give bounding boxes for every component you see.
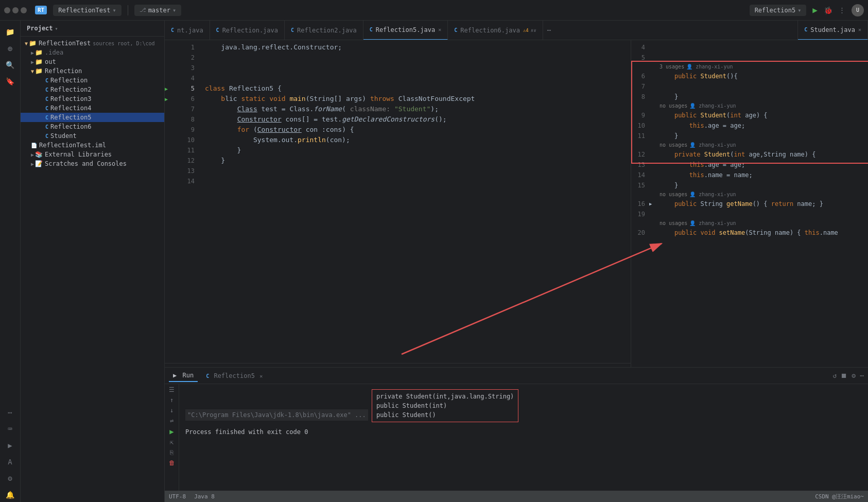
bottom-tab-close[interactable]: ✕ [259, 373, 263, 379]
status-bar: UTF-8 Java 8 CSDN @汪汪miao~ [165, 491, 868, 502]
bottom-left-toolbar: ☰ ↑ ↓ ⇌ ▶ ⇱ ⎘ 🗑 [165, 384, 179, 491]
bottom-tab-reflection5[interactable]: C Reflection5 ✕ [202, 370, 267, 382]
bottom-tool-run2[interactable]: ▶ [169, 427, 173, 436]
run-arrow-6[interactable]: ▶ [165, 94, 175, 104]
tree-idea[interactable]: ▶ 📁 .idea [21, 48, 164, 57]
sidebar-icon-font[interactable]: A [3, 455, 18, 469]
tab-student-close[interactable]: ✕ [858, 27, 861, 32]
bottom-settings-btn[interactable]: ⚙ [852, 372, 856, 379]
bottom-panel: ▶ Run C Reflection5 ✕ ↺ ⏹ ⚙ ⋯ [165, 367, 868, 491]
sidebar-icons: 📁 ⊕ 🔍 🔖 ⋯ ⌨ ▶ A ⚙ 🔔 [0, 21, 21, 502]
left-code-editor: ▶ ▶ 1 2 3 4 5 6 7 8 9 [165, 40, 631, 367]
sidebar-icon-more[interactable]: ⋯ [3, 405, 18, 420]
sidebar-icon-run2[interactable]: ▶ [3, 438, 18, 453]
project-panel-header: Project ▾ [21, 21, 164, 37]
bottom-tab-run[interactable]: ▶ Run [169, 370, 198, 382]
right-line-numbers: 4 5 6 7 8 9 10 11 [631, 42, 649, 238]
tab-reflection5[interactable]: C Reflection5.java ✕ [363, 21, 448, 40]
bottom-stop-btn[interactable]: ⏹ [841, 372, 847, 379]
bottom-tool-delete[interactable]: 🗑 [169, 459, 175, 466]
right-gutter: ▶ [649, 42, 659, 238]
branch-selector[interactable]: ⎇ master ▾ [134, 5, 182, 16]
tab-bar: C nt.java C Reflection.java C Reflection… [165, 21, 868, 40]
run-button[interactable]: ▶ [812, 5, 818, 15]
bottom-tool-up[interactable]: ↑ [170, 396, 173, 404]
run-config-selector[interactable]: Reflection5 ▾ [750, 5, 807, 16]
bottom-more-btn[interactable]: ⋯ [860, 372, 864, 379]
status-right: CSDN @汪汪miao~ [815, 493, 864, 500]
win-btn-2 [12, 7, 19, 13]
project-title-btn[interactable]: ReflectionTest ▾ [53, 5, 121, 16]
bottom-tool-filter[interactable]: ☰ [169, 386, 175, 393]
sidebar-icon-bookmark[interactable]: 🔖 [3, 74, 18, 89]
tree-reflection6[interactable]: C Reflection6 [21, 122, 164, 131]
sidebar-icon-terminal[interactable]: ⌨ [3, 422, 18, 436]
tree-reflection2[interactable]: C Reflection2 [21, 85, 164, 94]
sidebar-icon-notifications[interactable]: 🔔 [3, 488, 18, 502]
more-options-btn[interactable]: ⋮ [839, 6, 845, 14]
sidebar-icon-search[interactable]: 🔍 [3, 58, 18, 72]
sidebar-icon-folder[interactable]: 📁 [3, 25, 18, 39]
tree-scratches[interactable]: ▶ 📝 Scratches and Consoles [21, 159, 164, 168]
tree-external-libs[interactable]: ▶ 📚 External Libraries [21, 150, 164, 159]
sidebar-icon-settings[interactable]: ⚙ [3, 471, 18, 486]
run-gutter: ▶ ▶ [165, 40, 175, 363]
titlebar: RT ReflectionTest ▾ ⎇ master ▾ Reflectio… [0, 0, 868, 21]
bottom-tool-copy[interactable]: ⎘ [170, 449, 173, 456]
right-code-editor: 4 5 6 7 8 9 10 11 [631, 40, 868, 367]
win-btn-3 [21, 7, 27, 13]
project-tree: ▼ 📁 ReflectionTest sources root, D:\cod … [21, 37, 164, 502]
bottom-tool-down[interactable]: ↓ [170, 407, 173, 414]
tree-reflection1[interactable]: C Reflection [21, 76, 164, 85]
console-cmd-line: "C:\Program Files\Java\jdk-1.8\bin\java.… [185, 409, 368, 421]
run-arrow-5[interactable]: ▶ [165, 83, 175, 94]
tree-reflection4[interactable]: C Reflection4 [21, 103, 164, 113]
tab-more-btn[interactable]: ⋯ [543, 26, 555, 34]
tree-out[interactable]: ▶ 📁 out [21, 57, 164, 66]
console-exit-line: Process finished with exit code 0 [185, 427, 862, 437]
user-avatar[interactable]: U [852, 4, 864, 16]
console-output-box: private Student(int,java.lang.String) pu… [372, 389, 518, 422]
tree-root[interactable]: ▼ 📁 ReflectionTest sources root, D:\cod [21, 39, 164, 48]
tab-reflection5-close[interactable]: ✕ [438, 27, 441, 32]
bottom-reload-btn[interactable]: ↺ [833, 372, 837, 379]
left-code-content[interactable]: java.lang.reflect.Constructor; class Ref… [201, 40, 631, 363]
tab-reflection6[interactable]: C Reflection6.java ⚠4 ∧∨ [448, 21, 543, 40]
left-code-scroll[interactable]: ▶ ▶ 1 2 3 4 5 6 7 8 9 [165, 40, 631, 363]
right-code-scroll[interactable]: 4 5 6 7 8 9 10 11 [631, 40, 868, 367]
console-output[interactable]: "C:\Program Files\Java\jdk-1.8\bin\java.… [179, 384, 868, 491]
tree-reflection3[interactable]: C Reflection3 [21, 94, 164, 103]
right-code-lines[interactable]: 3 usages 👤 zhang-xi-yun public Student()… [659, 42, 868, 238]
tree-reflection-folder[interactable]: ▼ 📁 Reflection [21, 66, 164, 76]
app-logo: RT [35, 6, 47, 14]
tree-reflection5[interactable]: C Reflection5 [21, 113, 164, 122]
tab-student[interactable]: C Student.java ✕ [798, 21, 868, 40]
bottom-tool-wrap[interactable]: ⇌ [170, 417, 173, 424]
bottom-panel-tab-bar: ▶ Run C Reflection5 ✕ ↺ ⏹ ⚙ ⋯ [165, 368, 868, 384]
sidebar-icon-commit[interactable]: ⊕ [3, 41, 18, 56]
win-btn-1 [4, 7, 10, 13]
tree-student[interactable]: C Student [21, 131, 164, 141]
bottom-tool-collapse[interactable]: ⇱ [170, 439, 173, 446]
line-numbers-left: 1 2 3 4 5 6 7 8 9 10 11 12 13 [175, 40, 201, 363]
debug-button[interactable]: 🐞 [824, 6, 832, 14]
tab-reflection2[interactable]: C Reflection2.java [285, 21, 363, 40]
tab-nt[interactable]: C nt.java [165, 21, 210, 40]
tree-iml[interactable]: 📄 ReflectionTest.iml [21, 141, 164, 150]
left-hscrollbar[interactable] [165, 363, 631, 367]
project-panel: Project ▾ ▼ 📁 ReflectionTest sources roo… [21, 21, 165, 502]
tab-reflection[interactable]: C Reflection.java [210, 21, 285, 40]
